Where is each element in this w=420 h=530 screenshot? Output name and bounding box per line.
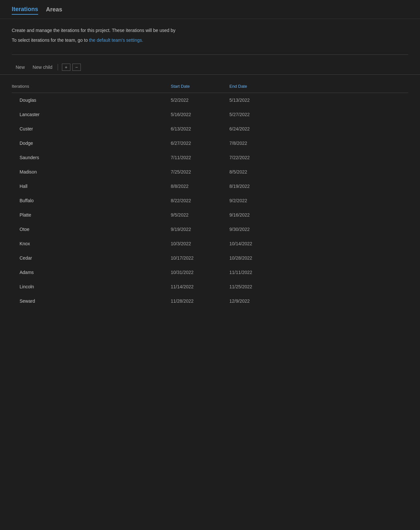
table-row: Cedar10/17/202210/28/2022 — [12, 251, 408, 265]
iteration-name[interactable]: Madison — [12, 166, 168, 178]
iteration-name[interactable]: Platte — [12, 209, 168, 221]
iteration-end-date: 12/9/2022 — [227, 295, 285, 307]
iteration-start-date: 7/25/2022 — [168, 166, 227, 178]
table-row: Platte9/5/20229/16/2022 — [12, 208, 408, 222]
iteration-end-date: 5/13/2022 — [227, 94, 285, 106]
iteration-name[interactable]: Lancaster — [12, 109, 168, 120]
header-tabs: Iterations Areas — [0, 0, 420, 19]
table-row: Dodge6/27/20227/8/2022 — [12, 136, 408, 150]
iteration-name[interactable]: Cedar — [12, 252, 168, 264]
iteration-end-date: 7/22/2022 — [227, 152, 285, 163]
iteration-end-date: 9/2/2022 — [227, 195, 285, 206]
table-row: Madison7/25/20228/5/2022 — [12, 165, 408, 179]
iteration-start-date: 9/5/2022 — [168, 209, 227, 221]
iteration-name[interactable]: Custer — [12, 123, 168, 135]
expand-icon: + — [65, 65, 67, 70]
toolbar-separator — [58, 64, 58, 70]
col-header-start-date: Start Date — [168, 83, 227, 90]
expand-collapse-group: + − — [62, 64, 81, 71]
iteration-start-date: 10/17/2022 — [168, 252, 227, 264]
table-row: Lancaster5/16/20225/27/2022 — [12, 107, 408, 122]
table-body: Douglas5/2/20225/13/2022Lancaster5/16/20… — [12, 93, 408, 308]
table-row: Buffalo8/22/20229/2/2022 — [12, 193, 408, 208]
iteration-start-date: 6/27/2022 — [168, 137, 227, 149]
iteration-name[interactable]: Dodge — [12, 137, 168, 149]
iteration-name[interactable]: Saunders — [12, 152, 168, 163]
table-row: Custer6/13/20226/24/2022 — [12, 122, 408, 136]
iteration-end-date: 8/19/2022 — [227, 180, 285, 192]
iteration-name[interactable]: Buffalo — [12, 195, 168, 206]
iteration-start-date: 8/8/2022 — [168, 180, 227, 192]
table-header: Iterations Start Date End Date — [12, 80, 408, 93]
divider — [12, 54, 408, 55]
iteration-end-date: 6/24/2022 — [227, 123, 285, 135]
iteration-start-date: 5/16/2022 — [168, 109, 227, 120]
new-button[interactable]: New — [12, 63, 29, 72]
iteration-name[interactable]: Lincoln — [12, 281, 168, 293]
table-row: Saunders7/11/20227/22/2022 — [12, 150, 408, 165]
iteration-end-date: 10/14/2022 — [227, 238, 285, 250]
iteration-end-date: 11/25/2022 — [227, 281, 285, 293]
iteration-start-date: 8/22/2022 — [168, 195, 227, 206]
description-line1: Create and manage the iterations for thi… — [12, 27, 408, 34]
table-row: Otoe9/19/20229/30/2022 — [12, 222, 408, 236]
iteration-end-date: 9/16/2022 — [227, 209, 285, 221]
expand-all-button[interactable]: + — [62, 64, 70, 71]
tab-iterations[interactable]: Iterations — [12, 6, 38, 15]
table-row: Adams10/31/202211/11/2022 — [12, 265, 408, 280]
table-row: Lincoln11/14/202211/25/2022 — [12, 280, 408, 294]
iteration-start-date: 10/3/2022 — [168, 238, 227, 250]
collapse-icon: − — [75, 65, 78, 70]
iteration-start-date: 11/28/2022 — [168, 295, 227, 307]
iteration-name[interactable]: Douglas — [12, 94, 168, 106]
description-text: To select iterations for the team, go to — [12, 38, 89, 43]
col-header-end-date: End Date — [227, 83, 285, 90]
iteration-end-date: 9/30/2022 — [227, 223, 285, 235]
iteration-start-date: 5/2/2022 — [168, 94, 227, 106]
iteration-name[interactable]: Seward — [12, 295, 168, 307]
iteration-end-date: 5/27/2022 — [227, 109, 285, 120]
table-row: Knox10/3/202210/14/2022 — [12, 236, 408, 251]
iteration-start-date: 9/19/2022 — [168, 223, 227, 235]
iteration-name[interactable]: Hall — [12, 180, 168, 192]
iteration-start-date: 10/31/2022 — [168, 266, 227, 278]
iteration-end-date: 10/28/2022 — [227, 252, 285, 264]
collapse-all-button[interactable]: − — [72, 64, 81, 71]
iterations-table: Iterations Start Date End Date Douglas5/… — [0, 75, 420, 313]
iteration-end-date: 8/5/2022 — [227, 166, 285, 178]
tab-areas[interactable]: Areas — [46, 6, 62, 14]
table-row: Seward11/28/202212/9/2022 — [12, 294, 408, 308]
iteration-start-date: 11/14/2022 — [168, 281, 227, 293]
iteration-name[interactable]: Otoe — [12, 223, 168, 235]
toolbar: New New child + − — [0, 60, 420, 75]
iteration-start-date: 7/11/2022 — [168, 152, 227, 163]
table-row: Hall8/8/20228/19/2022 — [12, 179, 408, 193]
default-team-settings-link[interactable]: the default team's settings. — [89, 38, 143, 43]
new-child-button[interactable]: New child — [29, 63, 56, 72]
col-header-iterations: Iterations — [12, 83, 168, 90]
iteration-end-date: 7/8/2022 — [227, 137, 285, 149]
iteration-end-date: 11/11/2022 — [227, 266, 285, 278]
iteration-start-date: 6/13/2022 — [168, 123, 227, 135]
iteration-name[interactable]: Knox — [12, 238, 168, 250]
description-line2: To select iterations for the team, go to… — [12, 37, 408, 44]
table-row: Douglas5/2/20225/13/2022 — [12, 93, 408, 107]
iteration-name[interactable]: Adams — [12, 266, 168, 278]
description-section: Create and manage the iterations for thi… — [0, 19, 420, 49]
